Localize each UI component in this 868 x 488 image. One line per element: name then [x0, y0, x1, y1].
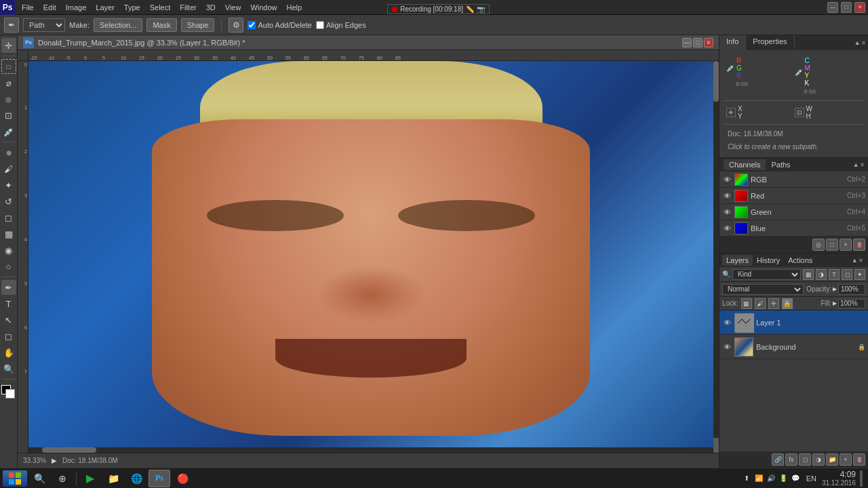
tab-info[interactable]: Info: [719, 35, 746, 50]
tab-history[interactable]: History: [753, 255, 784, 266]
lock-position-btn[interactable]: ✛: [768, 298, 779, 309]
move-tool[interactable]: ✛: [1, 38, 16, 53]
mask-button[interactable]: Mask: [146, 18, 176, 32]
blend-mode-dropdown[interactable]: Normal Multiply Screen: [722, 284, 804, 295]
tab-paths[interactable]: Paths: [766, 159, 795, 170]
canvas-minimize[interactable]: —: [682, 38, 692, 47]
layers-options[interactable]: ≡: [859, 257, 863, 264]
lasso-tool[interactable]: ⌀: [1, 75, 16, 90]
path-dropdown[interactable]: Path Shape Pixels: [23, 18, 65, 32]
tray-network-icon[interactable]: 📶: [753, 473, 764, 484]
layer-filter-smart[interactable]: ✦: [854, 269, 865, 280]
auto-add-delete-checkbox[interactable]: [248, 21, 256, 29]
lock-all-btn[interactable]: 🔒: [782, 298, 793, 309]
minimize-btn[interactable]: —: [827, 2, 838, 13]
adjustment-layer-btn[interactable]: ◑: [812, 453, 825, 466]
align-edges-checkbox[interactable]: [316, 21, 324, 29]
history-brush-tool[interactable]: ↺: [1, 194, 16, 209]
background-color[interactable]: [5, 389, 15, 399]
tab-channels[interactable]: Channels: [724, 159, 766, 170]
taskbar-mediaplayer[interactable]: ▶: [79, 470, 101, 487]
pen-tool-icon[interactable]: ✒: [4, 18, 19, 33]
marquee-tool[interactable]: □: [1, 59, 16, 74]
gradient-tool[interactable]: ▦: [1, 226, 16, 241]
layer-kind-dropdown[interactable]: Kind: [732, 269, 801, 280]
zoom-tool[interactable]: 🔍: [1, 361, 16, 376]
taskbar-firefox[interactable]: 🌐: [125, 470, 147, 487]
show-desktop-btn[interactable]: [860, 470, 863, 487]
menu-filter[interactable]: Filter: [176, 2, 200, 13]
taskbar-cortana[interactable]: ⊕: [52, 470, 73, 487]
tray-sound-icon[interactable]: 🔊: [766, 473, 776, 484]
panel-options[interactable]: ≡: [862, 39, 865, 46]
channels-collapse[interactable]: ▲: [853, 161, 859, 168]
channel-eye-blue[interactable]: 👁: [722, 224, 732, 233]
canvas-restore[interactable]: □: [693, 38, 703, 47]
layer-filter-adj[interactable]: ◑: [816, 269, 827, 280]
quick-select-tool[interactable]: ◎: [1, 92, 16, 106]
channel-eye-red[interactable]: 👁: [722, 191, 732, 201]
close-btn[interactable]: ✕: [854, 2, 865, 13]
new-channel-btn[interactable]: +: [840, 239, 852, 251]
start-button[interactable]: [3, 470, 27, 487]
channel-red[interactable]: 👁 Red Ctrl+3: [719, 188, 868, 204]
tab-layers[interactable]: Layers: [722, 255, 753, 266]
panel-collapse[interactable]: ▲: [854, 39, 861, 46]
menu-edit[interactable]: Edit: [39, 2, 60, 13]
blur-tool[interactable]: ◉: [1, 243, 16, 258]
pen-tool[interactable]: ✒: [1, 280, 16, 295]
layer-eye-bg[interactable]: 👁: [722, 342, 732, 352]
lock-image-btn[interactable]: 🖌: [755, 298, 766, 309]
hand-tool[interactable]: ✋: [1, 345, 16, 360]
channel-green[interactable]: 👁 Green Ctrl+4: [719, 204, 868, 220]
channel-blue[interactable]: 👁 Blue Ctrl+5: [719, 220, 868, 237]
new-layer-btn[interactable]: +: [840, 453, 852, 466]
canvas-image-area[interactable]: [28, 61, 713, 447]
fill-input[interactable]: [838, 299, 865, 308]
taskbar-app5[interactable]: 🔴: [172, 470, 193, 487]
v-scrollbar-thumb[interactable]: [713, 61, 719, 102]
shape-button[interactable]: Shape: [181, 18, 215, 32]
layer-filter-pixel[interactable]: ▦: [803, 269, 814, 280]
link-layers-btn[interactable]: 🔗: [772, 453, 784, 466]
menu-view[interactable]: View: [221, 2, 245, 13]
dodge-tool[interactable]: ○: [1, 259, 16, 274]
h-scrollbar-thumb[interactable]: [42, 447, 96, 453]
fill-arrow[interactable]: ▶: [833, 300, 837, 306]
restore-btn[interactable]: □: [841, 2, 852, 13]
taskbar-photoshop[interactable]: Ps: [149, 470, 170, 487]
status-arrow[interactable]: ▶: [52, 457, 57, 464]
menu-3d[interactable]: 3D: [202, 2, 220, 13]
shape-tool[interactable]: ◻: [1, 329, 16, 344]
delete-channel-btn[interactable]: 🗑: [853, 239, 865, 251]
tray-battery-icon[interactable]: 🔋: [778, 473, 789, 484]
eyedropper-tool[interactable]: 💉: [1, 124, 16, 139]
taskbar-search[interactable]: 🔍: [28, 470, 50, 487]
spot-heal-tool[interactable]: ⊕: [1, 145, 16, 160]
channels-options[interactable]: ≡: [861, 161, 864, 168]
eraser-tool[interactable]: ◻: [1, 210, 16, 225]
tray-icon-1[interactable]: ⬆: [741, 473, 752, 484]
menu-layer[interactable]: Layer: [92, 2, 119, 13]
menu-file[interactable]: File: [18, 2, 38, 13]
save-selection-btn[interactable]: □: [826, 239, 838, 251]
channel-rgb[interactable]: 👁 RGB Ctrl+2: [719, 171, 868, 188]
layer-effects-btn[interactable]: fx: [785, 453, 797, 466]
layers-collapse[interactable]: ▲: [852, 257, 858, 264]
vertical-scrollbar[interactable]: [713, 61, 719, 438]
layer-filter-type[interactable]: T: [829, 269, 840, 280]
tray-message-icon[interactable]: 💬: [790, 473, 801, 484]
menu-window[interactable]: Window: [246, 2, 281, 13]
menu-type[interactable]: Type: [120, 2, 144, 13]
channel-eye-green[interactable]: 👁: [722, 207, 732, 217]
menu-select[interactable]: Select: [146, 2, 175, 13]
layer-mask-btn[interactable]: ◻: [799, 453, 811, 466]
clone-tool[interactable]: ✦: [1, 178, 16, 192]
layer-item-background[interactable]: 👁 Background 🔒: [719, 335, 868, 359]
tab-properties[interactable]: Properties: [746, 35, 794, 50]
opacity-arrow[interactable]: ▶: [833, 286, 837, 292]
crop-tool[interactable]: ⊡: [1, 108, 16, 123]
opacity-input[interactable]: [838, 284, 865, 295]
path-select-tool[interactable]: ↖: [1, 312, 16, 327]
new-group-btn[interactable]: 📁: [826, 453, 838, 466]
